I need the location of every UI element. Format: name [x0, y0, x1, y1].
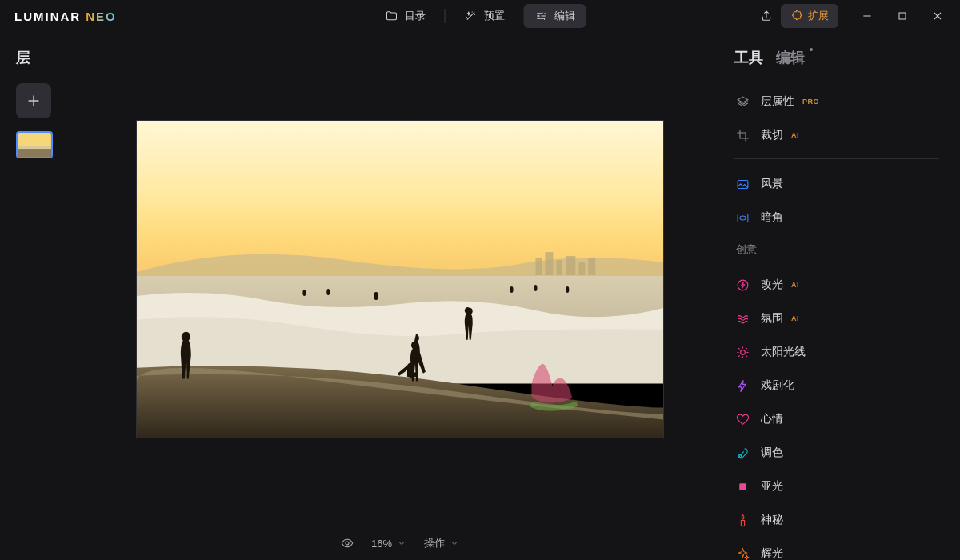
- extensions-button[interactable]: 扩展: [781, 4, 838, 28]
- add-layer-button[interactable]: [16, 83, 51, 118]
- tab-edit-label: 编辑: [554, 9, 575, 23]
- maximize-icon: [896, 10, 909, 22]
- tool-mood[interactable]: 心情: [734, 402, 939, 436]
- tool-label: 暗角: [761, 210, 783, 225]
- actions-menu[interactable]: 操作: [424, 536, 459, 550]
- close-button[interactable]: [920, 2, 955, 30]
- tool-sunrays[interactable]: 太阳光线: [734, 335, 939, 369]
- ai-badge: AI: [791, 281, 799, 289]
- svg-rect-2: [18, 147, 51, 158]
- eye-icon: [341, 537, 354, 550]
- layers-icon: [736, 95, 750, 109]
- svg-point-15: [566, 286, 569, 293]
- waves-icon: [736, 312, 750, 326]
- tool-label: 裁切: [761, 128, 783, 142]
- svg-rect-19: [738, 180, 748, 188]
- tab-edit[interactable]: 编辑: [524, 4, 586, 28]
- layer-thumbnail[interactable]: [16, 131, 53, 158]
- zoom-level[interactable]: 16%: [371, 538, 406, 550]
- tool-label: 亚光: [761, 479, 783, 494]
- actions-label: 操作: [424, 536, 445, 550]
- thumb-image-icon: [18, 133, 51, 158]
- bolt-icon: [736, 379, 750, 393]
- svg-point-17: [302, 290, 306, 296]
- svg-rect-9: [578, 262, 585, 275]
- sun-icon: [736, 346, 750, 359]
- svg-rect-0: [899, 13, 906, 19]
- tool-glow[interactable]: 辉光: [734, 537, 939, 560]
- tool-vignette[interactable]: 暗角: [734, 201, 939, 234]
- tool-dramatic[interactable]: 戏剧化: [734, 369, 939, 402]
- tool-matte[interactable]: 亚光: [734, 470, 939, 503]
- tool-label: 调色: [761, 446, 783, 460]
- canvas-bottom-toolbar: 16% 操作: [341, 536, 459, 550]
- panel-tab-tools[interactable]: 工具: [734, 48, 763, 67]
- canvas-area: 16% 操作: [80, 32, 720, 560]
- close-icon: [931, 10, 944, 22]
- tool-landscape[interactable]: 风景: [734, 167, 939, 201]
- pro-badge: PRO: [802, 98, 819, 106]
- tab-separator: [445, 9, 446, 23]
- app-logo: LUMINAR NEO: [14, 10, 117, 23]
- minimize-button[interactable]: [850, 2, 885, 30]
- titlebar: LUMINAR NEO 目录 预置 编辑 扩展: [0, 0, 960, 32]
- svg-point-18: [346, 542, 349, 545]
- candle-icon: [736, 514, 750, 527]
- separator: [734, 158, 939, 159]
- tool-list: 层属性 PRO 裁切 AI 风景 暗角 创意 改光 AI: [734, 85, 939, 560]
- svg-point-22: [738, 280, 748, 290]
- share-button[interactable]: [752, 5, 781, 27]
- flash-circle-icon: [736, 278, 750, 292]
- image-icon: [736, 178, 750, 191]
- tools-panel: 工具 编辑 层属性 PRO 裁切 AI 风景 暗角: [720, 32, 960, 560]
- layers-panel: 层: [0, 32, 80, 560]
- tool-layer-properties[interactable]: 层属性 PRO: [734, 85, 939, 118]
- sparkle-icon: [736, 547, 750, 561]
- sliders-icon: [535, 10, 548, 22]
- svg-rect-3: [18, 146, 51, 149]
- svg-point-12: [374, 292, 378, 300]
- tool-label: 氛围: [761, 311, 783, 326]
- square-icon: [736, 480, 750, 494]
- tool-label: 改光: [761, 278, 783, 292]
- tab-catalog-label: 目录: [405, 9, 426, 23]
- plus-icon: [25, 92, 42, 110]
- visibility-toggle[interactable]: [341, 537, 354, 550]
- ai-badge: AI: [791, 314, 799, 322]
- brush-icon: [736, 446, 750, 460]
- minimize-icon: [861, 10, 874, 22]
- svg-rect-25: [739, 483, 746, 490]
- svg-point-13: [510, 286, 514, 293]
- crop-icon: [736, 129, 750, 142]
- window-actions: 扩展: [752, 2, 955, 30]
- logo-text-1: LUMINAR: [14, 10, 81, 23]
- svg-rect-1: [18, 133, 51, 147]
- tab-catalog[interactable]: 目录: [374, 4, 437, 28]
- tool-mystical[interactable]: 神秘: [734, 503, 939, 537]
- image-canvas[interactable]: [136, 120, 664, 438]
- tool-label: 辉光: [761, 546, 783, 560]
- mode-tabs: 目录 预置 编辑: [374, 4, 586, 28]
- tool-label: 风景: [761, 177, 783, 191]
- tools-panel-tabs: 工具 编辑: [734, 48, 939, 67]
- logo-text-2: NEO: [86, 10, 117, 23]
- tool-toning[interactable]: 调色: [734, 436, 939, 470]
- svg-rect-10: [588, 258, 595, 275]
- svg-rect-5: [535, 258, 542, 275]
- tool-atmosphere[interactable]: 氛围 AI: [734, 302, 939, 335]
- svg-rect-7: [556, 260, 562, 275]
- vignette-icon: [736, 211, 750, 225]
- tab-presets[interactable]: 预置: [454, 4, 516, 28]
- tool-label: 心情: [761, 412, 783, 426]
- panel-tab-edits[interactable]: 编辑: [776, 48, 805, 67]
- extensions-label: 扩展: [808, 9, 829, 23]
- svg-rect-6: [545, 252, 553, 275]
- maximize-button[interactable]: [885, 2, 920, 30]
- tool-relight[interactable]: 改光 AI: [734, 268, 939, 302]
- tool-crop[interactable]: 裁切 AI: [734, 118, 939, 152]
- chevron-down-icon: [397, 538, 406, 548]
- svg-point-16: [326, 289, 330, 295]
- ai-badge: AI: [791, 131, 799, 139]
- tab-presets-label: 预置: [484, 9, 505, 23]
- tool-label: 神秘: [761, 513, 783, 527]
